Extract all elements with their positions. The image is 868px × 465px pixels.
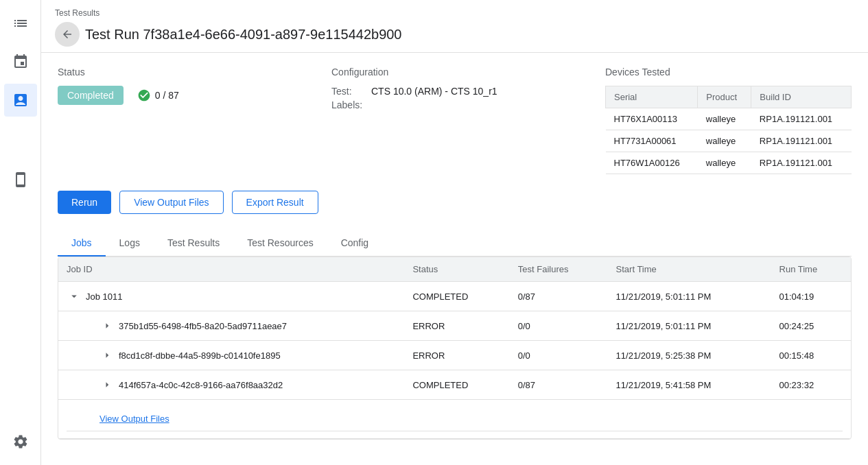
- job-start-time: 11/21/2019, 5:01:11 PM: [608, 282, 771, 311]
- tab-config[interactable]: Config: [327, 230, 382, 257]
- child-job-run-time: 00:23:32: [771, 370, 851, 400]
- col-job-id: Job ID: [58, 257, 404, 282]
- child-job-run-time: 00:24:25: [771, 311, 851, 341]
- child-job-id-value: f8cd1c8f-dbbe-44a5-899b-c01410fe1895: [119, 350, 281, 361]
- tabs: Jobs Logs Test Results Test Resources Co…: [58, 230, 852, 257]
- table-row: 414f657a-4c0c-42c8-9166-aa76f8aa32d2 COM…: [58, 370, 851, 400]
- child-job-failures: 0/0: [510, 311, 608, 341]
- config-test-row: Test: CTS 10.0 (ARM) - CTS 10_r1: [331, 86, 578, 97]
- child-job-failures: 0/87: [510, 370, 608, 400]
- child-job-id-cell: f8cd1c8f-dbbe-44a5-899b-c01410fe1895: [58, 341, 404, 370]
- sidebar: [0, 0, 41, 465]
- export-button[interactable]: Export Result: [232, 191, 318, 214]
- jobs-table-header: Job ID Status Test Failures Start Time R…: [58, 257, 851, 282]
- main-content: Test Results Test Run 7f38a1e4-6e66-4091…: [41, 0, 868, 465]
- child-job-id-cell: 414f657a-4c0c-42c8-9166-aa76f8aa32d2: [58, 370, 404, 400]
- sidebar-item-results[interactable]: [4, 84, 37, 117]
- device-row: HT76W1A00126 walleye RP1A.191121.001: [606, 152, 852, 174]
- action-buttons: Rerun View Output Files Export Result: [58, 191, 852, 214]
- collapse-button[interactable]: [67, 289, 82, 304]
- check-circle-icon: [137, 88, 151, 102]
- child-job-id-value: 375b1d55-6498-4fb5-8a20-5ad9711aeae7: [119, 321, 287, 331]
- devices-table: Serial Product Build ID HT76X1A00113 wal…: [605, 86, 852, 174]
- job-status: COMPLETED: [404, 282, 509, 311]
- table-row: Job 1011 COMPLETED 0/87 11/21/2019, 5:01…: [58, 282, 851, 311]
- back-button[interactable]: [55, 22, 80, 47]
- col-start-time: Start Time: [608, 257, 771, 282]
- devices-label: Devices Tested: [605, 67, 852, 78]
- table-row: 375b1d55-6498-4fb5-8a20-5ad9711aeae7 ERR…: [58, 311, 851, 341]
- device-product: walleye: [698, 130, 751, 152]
- child-job-id-value: 414f657a-4c0c-42c8-9166-aa76f8aa32d2: [119, 380, 283, 390]
- sidebar-item-settings[interactable]: [4, 425, 37, 458]
- child-job-status: COMPLETED: [404, 370, 509, 400]
- job-run-time: 01:04:19: [771, 282, 851, 311]
- child-job-run-time: 00:15:48: [771, 341, 851, 370]
- child-job-failures: 0/0: [510, 341, 608, 370]
- sidebar-item-test-plans[interactable]: [4, 7, 37, 40]
- job-id-cell: Job 1011: [58, 282, 404, 311]
- devices-tbody: HT76X1A00113 walleye RP1A.191121.001 HT7…: [606, 108, 852, 174]
- config-panel: Configuration Test: CTS 10.0 (ARM) - CTS…: [331, 67, 578, 174]
- pass-count-value: 0 / 87: [155, 90, 179, 101]
- tab-jobs[interactable]: Jobs: [58, 230, 106, 257]
- tab-test-resources[interactable]: Test Resources: [233, 230, 327, 257]
- expand-button[interactable]: [99, 318, 115, 333]
- config-label: Configuration: [331, 67, 578, 78]
- sidebar-item-schedules[interactable]: [4, 45, 37, 78]
- child-job-start-time: 11/21/2019, 5:41:58 PM: [608, 370, 771, 400]
- child-job-id-cell: 375b1d55-6498-4fb5-8a20-5ad9711aeae7: [58, 311, 404, 341]
- child-job-start-time: 11/21/2019, 5:25:38 PM: [608, 341, 771, 370]
- content-area: Status Completed 0 / 87 Configuration Te…: [41, 53, 868, 465]
- job-id-value: Job 1011: [86, 291, 123, 302]
- sidebar-item-devices[interactable]: [4, 163, 37, 196]
- col-test-failures: Test Failures: [510, 257, 608, 282]
- device-serial: HT7731A00061: [606, 130, 698, 152]
- page-title: Test Run 7f38a1e4-6e66-4091-a897-9e11544…: [85, 27, 402, 43]
- device-product: walleye: [698, 108, 751, 130]
- tab-logs[interactable]: Logs: [106, 230, 154, 257]
- child-job-status: ERROR: [404, 341, 509, 370]
- status-section: Completed 0 / 87: [58, 86, 304, 105]
- view-output-link[interactable]: View Output Files: [67, 407, 843, 431]
- device-build-id: RP1A.191121.001: [751, 108, 852, 130]
- config-test-value: CTS 10.0 (ARM) - CTS 10_r1: [371, 86, 497, 97]
- config-labels-row: Labels:: [331, 99, 578, 110]
- breadcrumb: Test Results: [55, 8, 854, 18]
- child-job-status: ERROR: [404, 311, 509, 341]
- device-build-id: RP1A.191121.001: [751, 130, 852, 152]
- page-header: Test Results Test Run 7f38a1e4-6e66-4091…: [41, 0, 868, 53]
- table-row: f8cd1c8f-dbbe-44a5-899b-c01410fe1895 ERR…: [58, 341, 851, 370]
- status-label: Status: [58, 67, 304, 78]
- device-build-id: RP1A.191121.001: [751, 152, 852, 174]
- expand-button[interactable]: [99, 348, 115, 363]
- config-test-label: Test:: [331, 86, 366, 97]
- device-row: HT7731A00061 walleye RP1A.191121.001: [606, 130, 852, 152]
- pass-count: 0 / 87: [137, 88, 179, 102]
- job-failures: 0/87: [510, 282, 608, 311]
- device-serial: HT76W1A00126: [606, 152, 698, 174]
- device-product: walleye: [698, 152, 751, 174]
- devices-col-serial: Serial: [606, 86, 698, 108]
- status-badge: Completed: [58, 86, 124, 105]
- jobs-table-container: Job ID Status Test Failures Start Time R…: [58, 257, 852, 440]
- tab-test-results[interactable]: Test Results: [154, 230, 233, 257]
- child-job-start-time: 11/21/2019, 5:01:11 PM: [608, 311, 771, 341]
- device-row: HT76X1A00113 walleye RP1A.191121.001: [606, 108, 852, 130]
- jobs-tbody: Job 1011 COMPLETED 0/87 11/21/2019, 5:01…: [58, 282, 851, 439]
- device-serial: HT76X1A00113: [606, 108, 698, 130]
- col-run-time: Run Time: [771, 257, 851, 282]
- devices-panel: Devices Tested Serial Product Build ID H…: [605, 67, 852, 174]
- config-labels-label: Labels:: [331, 99, 366, 110]
- info-row: Status Completed 0 / 87 Configuration Te…: [58, 67, 852, 174]
- col-status: Status: [404, 257, 509, 282]
- view-output-button[interactable]: View Output Files: [119, 191, 223, 214]
- devices-col-build: Build ID: [751, 86, 852, 108]
- view-output-row: View Output Files: [58, 400, 851, 439]
- expand-button[interactable]: [99, 377, 115, 392]
- config-table: Test: CTS 10.0 (ARM) - CTS 10_r1 Labels:: [331, 86, 578, 110]
- jobs-table: Job ID Status Test Failures Start Time R…: [58, 257, 851, 439]
- devices-col-product: Product: [698, 86, 751, 108]
- status-panel: Status Completed 0 / 87: [58, 67, 304, 174]
- rerun-button[interactable]: Rerun: [58, 191, 111, 214]
